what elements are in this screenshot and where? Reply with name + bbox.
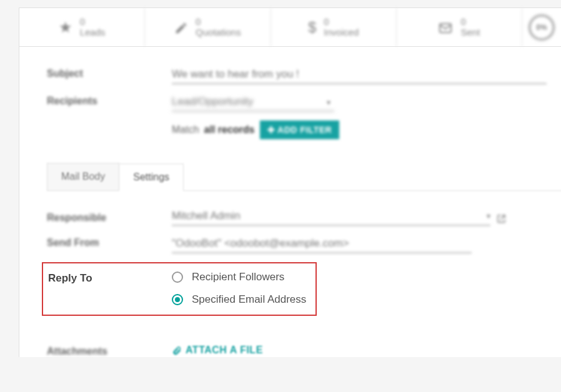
recipients-select[interactable] xyxy=(172,93,334,112)
stat-invoiced[interactable]: $ 0 Invoiced xyxy=(271,8,397,46)
row-subject: Subject xyxy=(47,66,561,84)
stat-leads-count: 0 xyxy=(80,17,106,27)
stat-sent-count: 0 xyxy=(460,17,480,27)
row-responsible: Responsible ▾ xyxy=(47,210,561,226)
stat-invoiced-label: Invoiced xyxy=(324,27,359,38)
responsible-label: Responsible xyxy=(47,210,172,223)
stat-invoiced-count: 0 xyxy=(324,17,359,27)
send-from-label: Send From xyxy=(47,235,172,248)
stat-sent-label: Sent xyxy=(460,27,480,38)
stat-quotations[interactable]: 0 Quotations xyxy=(145,8,271,46)
stat-bar: ★ 0 Leads 0 Quotations $ 0 Invoiced xyxy=(19,8,561,47)
email-campaign-form: ★ 0 Leads 0 Quotations $ 0 Invoiced xyxy=(19,7,561,357)
paperclip-icon xyxy=(172,345,182,356)
gauge-value: 0% xyxy=(529,14,555,41)
attachments-label: Attachments xyxy=(47,343,172,357)
reply-to-highlight: Reply To Recipient Followers Specified E… xyxy=(42,262,317,316)
row-recipients: Recipients ▾ Match all records ✚ ADD FIL… xyxy=(47,93,561,139)
subject-input[interactable] xyxy=(172,66,547,84)
subject-label: Subject xyxy=(47,66,172,79)
plus-icon: ✚ xyxy=(267,125,276,135)
stat-quotations-label: Quotations xyxy=(196,27,241,38)
radio-icon xyxy=(172,272,183,283)
reply-radio-specified[interactable]: Specified Email Address xyxy=(172,293,306,306)
stat-leads[interactable]: ★ 0 Leads xyxy=(19,8,145,46)
reply-radio-followers[interactable]: Recipient Followers xyxy=(172,271,306,283)
send-from-input[interactable] xyxy=(172,235,472,253)
row-send-from: Send From xyxy=(47,235,561,253)
attach-file-label: ATTACH A FILE xyxy=(186,345,263,356)
dollar-icon: $ xyxy=(308,19,316,36)
reply-followers-label: Recipient Followers xyxy=(192,271,284,283)
stat-gauge[interactable]: 0% xyxy=(522,8,561,46)
responsible-input[interactable] xyxy=(172,210,479,222)
tab-mail-body[interactable]: Mail Body xyxy=(47,163,119,190)
stat-leads-label: Leads xyxy=(80,27,106,38)
attach-file-button[interactable]: ATTACH A FILE xyxy=(172,345,263,356)
reply-to-label: Reply To xyxy=(47,270,172,285)
external-link-icon[interactable] xyxy=(497,212,506,223)
row-attachments: Attachments ATTACH A FILE xyxy=(47,343,561,357)
star-icon: ★ xyxy=(59,19,72,36)
recipients-label: Recipients xyxy=(47,93,172,107)
tabs: Mail Body Settings xyxy=(47,163,561,191)
add-filter-button[interactable]: ✚ ADD FILTER xyxy=(260,120,340,139)
match-text: Match xyxy=(172,124,199,135)
stat-sent[interactable]: 0 Sent xyxy=(397,8,522,46)
tab-settings[interactable]: Settings xyxy=(119,164,184,191)
radio-checked-icon xyxy=(172,294,183,305)
match-records-text: all records xyxy=(204,124,255,135)
chevron-down-icon: ▾ xyxy=(487,212,490,220)
envelope-icon xyxy=(438,19,453,36)
stat-quotations-count: 0 xyxy=(196,17,241,27)
add-filter-label: ADD FILTER xyxy=(277,125,332,135)
pencil-icon xyxy=(174,19,188,36)
reply-specified-label: Specified Email Address xyxy=(192,293,306,306)
